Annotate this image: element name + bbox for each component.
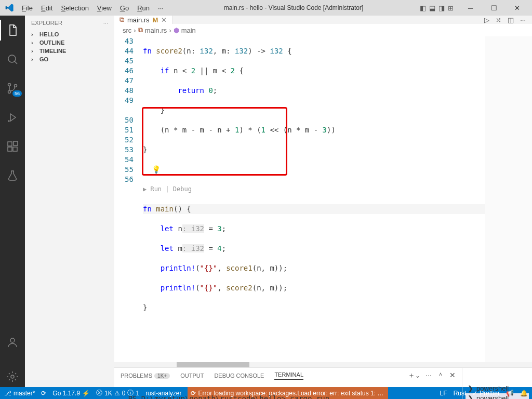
- codelens-run-debug[interactable]: ▶ Run | Debug: [143, 184, 485, 194]
- panel-tab-problems[interactable]: PROBLEMS1K+: [121, 373, 170, 379]
- panel-tab-terminal[interactable]: TERMINAL: [274, 371, 303, 380]
- tree-go[interactable]: ›GO: [28, 55, 111, 63]
- code-editor[interactable]: 4344454647484950515253545556 fn score2(n…: [114, 36, 532, 362]
- tree-timeline[interactable]: ›TIMELINE: [28, 47, 111, 55]
- titlebar: File Edit Selection View Go Run ··· main…: [0, 0, 532, 16]
- svg-point-2: [8, 91, 11, 94]
- code-content[interactable]: fn score2(n: i32, m: i32) -> i32 { if n …: [143, 36, 485, 362]
- editor-tabs: ⧉ main.rs M ✕ ▷ ⤭ ◫ ···: [114, 16, 532, 24]
- activity-run[interactable]: [0, 107, 25, 128]
- terminal[interactable]: PS D:\mysetup\gopath\rustcode\hello> car…: [114, 383, 462, 399]
- activity-settings[interactable]: [0, 366, 25, 387]
- layout-panel-left-icon[interactable]: ◧: [420, 4, 426, 12]
- diff-icon[interactable]: ⤭: [496, 16, 501, 24]
- svg-rect-8: [14, 141, 18, 145]
- line-gutter: 4344454647484950515253545556: [114, 36, 143, 362]
- status-sync[interactable]: ⟳: [41, 390, 46, 397]
- panel-tab-output[interactable]: OUTPUT: [180, 373, 204, 379]
- activity-bar: 56: [0, 16, 25, 387]
- close-button[interactable]: ✕: [506, 0, 529, 16]
- activity-scm[interactable]: 56: [0, 78, 25, 99]
- menubar: File Edit Selection View Go Run ···: [18, 2, 167, 14]
- panel-more-icon[interactable]: ···: [425, 371, 432, 380]
- sidebar-title: EXPLORER: [31, 20, 62, 26]
- menu-run[interactable]: Run: [134, 2, 153, 14]
- panel-tab-debug[interactable]: DEBUG CONSOLE: [214, 373, 264, 379]
- activity-extensions[interactable]: [0, 136, 25, 157]
- layout-grid-icon[interactable]: ⊞: [448, 4, 454, 12]
- svg-point-4: [8, 121, 9, 122]
- menu-view[interactable]: View: [94, 2, 115, 14]
- panel-maximize-icon[interactable]: ＾: [437, 371, 444, 380]
- tab-filename: main.rs: [127, 16, 150, 24]
- tab-main-rs[interactable]: ⧉ main.rs M ✕: [114, 16, 172, 24]
- svg-rect-5: [8, 142, 12, 146]
- minimize-button[interactable]: ─: [459, 0, 482, 16]
- layout-panel-right-icon[interactable]: ◨: [438, 4, 445, 12]
- status-branch[interactable]: ⎇ master*: [4, 390, 35, 397]
- status-bell-icon[interactable]: 🔔: [520, 390, 528, 397]
- menu-file[interactable]: File: [18, 2, 36, 14]
- minimap[interactable]: [485, 36, 532, 362]
- svg-rect-6: [8, 147, 12, 151]
- sidebar: EXPLORER ··· ›HELLO ›OUTLINE ›TIMELINE ›…: [25, 16, 114, 387]
- scm-badge: 56: [12, 90, 22, 97]
- status-go[interactable]: Go 1.17.9 ⚡: [52, 390, 90, 397]
- menu-selection[interactable]: Selection: [57, 2, 92, 14]
- svg-point-3: [15, 85, 17, 87]
- svg-point-9: [10, 338, 15, 342]
- status-feedback-icon[interactable]: 📢: [506, 390, 514, 397]
- tree-hello[interactable]: ›HELLO: [28, 30, 111, 38]
- tab-modified: M: [153, 16, 158, 24]
- activity-explorer[interactable]: [0, 20, 25, 41]
- window-title: main.rs - hello - Visual Studio Code [Ad…: [167, 4, 420, 11]
- svg-point-0: [8, 55, 16, 62]
- editor-area: ⧉ main.rs M ✕ ▷ ⤭ ◫ ··· src› ⧉main.rs› ⬢…: [114, 16, 532, 387]
- panel-close-icon[interactable]: ✕: [449, 371, 456, 380]
- maximize-button[interactable]: ☐: [482, 0, 506, 16]
- lightbulb-icon[interactable]: 💡: [152, 165, 161, 174]
- activity-account[interactable]: [0, 332, 25, 353]
- svg-point-1: [8, 84, 11, 86]
- vscode-icon: [0, 4, 18, 12]
- status-prettier[interactable]: ✓ Prettier: [472, 390, 500, 397]
- layout-controls: ◧ ⬓ ◨ ⊞: [420, 4, 454, 12]
- activity-testing[interactable]: [0, 165, 25, 186]
- menu-go[interactable]: Go: [116, 2, 132, 14]
- menu-edit[interactable]: Edit: [37, 2, 56, 14]
- new-terminal-icon[interactable]: ＋⌄: [408, 371, 420, 380]
- svg-rect-7: [13, 147, 17, 151]
- activity-search[interactable]: [0, 49, 25, 70]
- rust-file-icon: ⧉: [119, 16, 124, 24]
- split-icon[interactable]: ◫: [508, 16, 514, 24]
- menu-more[interactable]: ···: [154, 2, 167, 14]
- layout-panel-bottom-icon[interactable]: ⬓: [429, 4, 435, 12]
- run-icon[interactable]: ▷: [484, 16, 489, 24]
- tree-outline[interactable]: ›OUTLINE: [28, 38, 111, 47]
- editor-hscroll[interactable]: [114, 362, 532, 367]
- editor-more-icon[interactable]: ···: [520, 16, 526, 24]
- tab-close-icon[interactable]: ✕: [161, 16, 167, 24]
- breadcrumbs[interactable]: src› ⧉main.rs› ⬢main: [114, 24, 532, 36]
- svg-point-10: [11, 375, 14, 378]
- sidebar-more-icon[interactable]: ···: [103, 20, 108, 26]
